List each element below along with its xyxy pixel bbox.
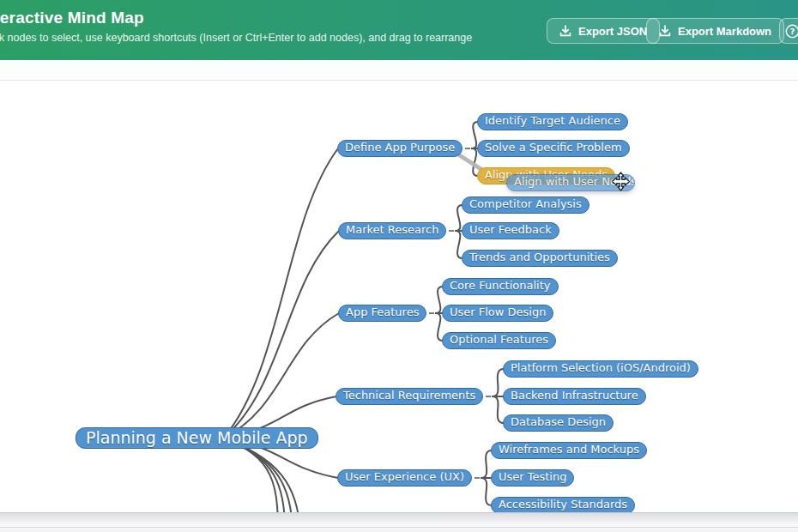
mindmap-node-platform-selection-ios-android[interactable]: Platform Selection (iOS/Android) — [503, 360, 698, 378]
expander-handle[interactable] — [429, 312, 434, 314]
mindmap-node-technical-requirements[interactable]: Technical Requirements — [336, 388, 483, 405]
export-json-button[interactable]: Export JSON — [547, 18, 660, 44]
mindmap-node-user-feedback[interactable]: User Feedback — [462, 222, 559, 239]
mindmap-node-wireframes-and-mockups[interactable]: Wireframes and Mockups — [491, 442, 647, 459]
export-json-label: Export JSON — [578, 25, 647, 38]
mindmap-node-define-app-purpose[interactable]: Define App Purpose — [337, 140, 462, 157]
app-header: Interactive Mind Map Click nodes to sele… — [0, 0, 798, 60]
download-icon — [559, 25, 571, 37]
toolbar-strip — [0, 60, 798, 81]
download-icon — [659, 25, 671, 37]
mindmap-node-core-functionality[interactable]: Core Functionality — [442, 278, 559, 295]
expander-handle[interactable] — [465, 148, 470, 149]
mindmap-node-competitor-analysis[interactable]: Competitor Analysis — [462, 196, 589, 214]
expander-handle[interactable] — [475, 477, 480, 479]
export-markdown-button[interactable]: Export Markdown — [646, 18, 784, 44]
mindmap-node-identify-target-audience[interactable]: Identify Target Audience — [477, 113, 628, 130]
mindmap-node-user-experience-ux[interactable]: User Experience (UX) — [337, 469, 472, 487]
mindmap-node-market-research[interactable]: Market Research — [338, 222, 446, 239]
mindmap-node-database-design[interactable]: Database Design — [503, 414, 614, 432]
svg-text:?: ? — [789, 27, 795, 36]
mindmap-node-app-features[interactable]: App Features — [338, 305, 426, 322]
move-cursor-icon — [611, 172, 631, 191]
expander-handle[interactable] — [449, 230, 454, 232]
page-subtitle: Click nodes to select, use keyboard shor… — [0, 32, 472, 44]
mindmap-node-accessibility-standards[interactable]: Accessibility Standards — [491, 497, 635, 514]
mindmap-node-optional-features[interactable]: Optional Features — [442, 332, 556, 349]
mindmap-node-solve-a-specific-problem[interactable]: Solve a Specific Problem — [477, 140, 630, 157]
expander-handle[interactable] — [486, 396, 491, 397]
question-circle-icon: ? — [785, 24, 798, 39]
mindmap-node-user-testing[interactable]: User Testing — [491, 469, 574, 487]
bottom-panel-divider — [0, 527, 798, 528]
mindmap-node-backend-infrastructure[interactable]: Backend Infrastructure — [503, 388, 646, 405]
mindmap-node-planning-a-new-mobile-app[interactable]: Planning a New Mobile App — [76, 427, 318, 449]
bottom-panel-edge — [0, 512, 798, 532]
mindmap-node-trends-and-opportunities[interactable]: Trends and Opportunities — [462, 250, 618, 267]
export-markdown-label: Export Markdown — [678, 25, 771, 38]
header-text: Interactive Mind Map Click nodes to sele… — [0, 9, 472, 44]
app-window: Align with User Needs Planning a New Mob… — [0, 0, 798, 532]
mindmap-node-user-flow-design[interactable]: User Flow Design — [442, 305, 553, 322]
page-title: Interactive Mind Map — [0, 9, 472, 27]
help-button[interactable]: ? — [779, 18, 798, 44]
